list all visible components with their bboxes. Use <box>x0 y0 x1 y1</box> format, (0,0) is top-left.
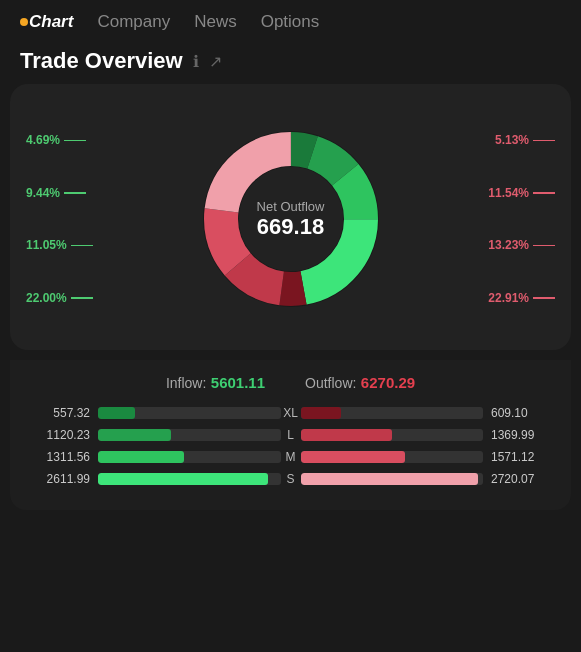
donut-label-left-2: 11.05% <box>26 238 93 252</box>
bar-right-val-m: 1571.12 <box>491 450 551 464</box>
bar-green-xl <box>98 407 281 419</box>
bar-fill-red-s <box>301 473 478 485</box>
bar-seg-s: S <box>281 472 301 486</box>
bar-right-val-l: 1369.99 <box>491 428 551 442</box>
label-line-green <box>64 192 86 194</box>
bar-fill-red-xl <box>301 407 341 419</box>
title-row: Trade Overview ℹ ↗ <box>0 42 581 84</box>
nav-chart[interactable]: Chart <box>20 12 73 32</box>
bar-row-m: 1311.56 M 1571.12 <box>30 450 551 464</box>
donut-label-right-3: 22.91% <box>488 291 555 305</box>
label-line-red <box>533 140 555 142</box>
bar-track-green-m <box>98 451 281 463</box>
bar-row-xl: 557.32 XL 609.10 <box>30 406 551 420</box>
page-title: Trade Overview <box>20 48 183 74</box>
bar-track-red-xl <box>301 407 484 419</box>
label-line-red <box>533 245 555 247</box>
label-line-green <box>71 245 93 247</box>
bar-left-val-l: 1120.23 <box>30 428 90 442</box>
bar-red-l <box>301 429 484 441</box>
donut-chart: Net Outflow 669.18 <box>191 119 391 319</box>
donut-center-value: 669.18 <box>257 214 325 240</box>
bar-red-s <box>301 473 484 485</box>
bar-fill-red-l <box>301 429 392 441</box>
nav-bar: Chart Company News Options <box>0 0 581 42</box>
label-line-green <box>71 297 93 299</box>
donut-center: Net Outflow 669.18 <box>257 199 325 240</box>
bar-track-green-xl <box>98 407 281 419</box>
outflow-group: Outflow: 6270.29 <box>305 374 415 392</box>
inflow-outflow-row: Inflow: 5601.11 Outflow: 6270.29 <box>30 374 551 392</box>
label-line-red <box>533 192 555 194</box>
bar-seg-xl: XL <box>281 406 301 420</box>
outflow-label: Outflow: <box>305 375 356 391</box>
bar-left-val-m: 1311.56 <box>30 450 90 464</box>
bar-green-m <box>98 451 281 463</box>
bar-seg-m: M <box>281 450 301 464</box>
bar-track-green-l <box>98 429 281 441</box>
nav-options[interactable]: Options <box>261 12 320 32</box>
inflow-label: Inflow: <box>166 375 206 391</box>
bar-right-val-xl: 609.10 <box>491 406 551 420</box>
stats-area: Inflow: 5601.11 Outflow: 6270.29 557.32 … <box>10 360 571 510</box>
donut-label-left-3: 22.00% <box>26 291 93 305</box>
bar-green-s <box>98 473 281 485</box>
bar-seg-l: L <box>281 428 301 442</box>
bar-red-xl <box>301 407 484 419</box>
donut-labels-right: 5.13% 11.54% 13.23% 22.91% <box>488 104 555 334</box>
donut-area: 4.69% 9.44% 11.05% 22.00% <box>26 104 555 334</box>
inflow-group: Inflow: 5601.11 <box>166 374 265 392</box>
label-line-green <box>64 140 86 142</box>
bar-row-l: 1120.23 L 1369.99 <box>30 428 551 442</box>
donut-labels-left: 4.69% 9.44% 11.05% 22.00% <box>26 104 93 334</box>
share-icon[interactable]: ↗ <box>209 52 222 71</box>
chart-card: 4.69% 9.44% 11.05% 22.00% <box>10 84 571 350</box>
donut-label-left-1: 9.44% <box>26 186 93 200</box>
bar-fill-green-s <box>98 473 268 485</box>
info-icon[interactable]: ℹ <box>193 52 199 71</box>
donut-label-right-2: 13.23% <box>488 238 555 252</box>
bar-left-val-xl: 557.32 <box>30 406 90 420</box>
label-line-red <box>533 297 555 299</box>
bar-fill-green-xl <box>98 407 135 419</box>
donut-center-label: Net Outflow <box>257 199 325 214</box>
nav-news[interactable]: News <box>194 12 237 32</box>
bar-fill-green-m <box>98 451 184 463</box>
bar-right-val-s: 2720.07 <box>491 472 551 486</box>
bar-fill-green-l <box>98 429 171 441</box>
outflow-value: 6270.29 <box>361 374 415 391</box>
inflow-value: 5601.11 <box>211 374 265 391</box>
donut-label-right-0: 5.13% <box>495 133 555 147</box>
bar-track-red-m <box>301 451 484 463</box>
donut-label-right-1: 11.54% <box>488 186 555 200</box>
bar-left-val-s: 2611.99 <box>30 472 90 486</box>
bar-red-m <box>301 451 484 463</box>
bar-green-l <box>98 429 281 441</box>
nav-company[interactable]: Company <box>97 12 170 32</box>
bar-track-red-s <box>301 473 484 485</box>
bar-track-green-s <box>98 473 281 485</box>
bar-track-red-l <box>301 429 484 441</box>
bar-fill-red-m <box>301 451 405 463</box>
donut-label-left-0: 4.69% <box>26 133 93 147</box>
bar-row-s: 2611.99 S 2720.07 <box>30 472 551 486</box>
